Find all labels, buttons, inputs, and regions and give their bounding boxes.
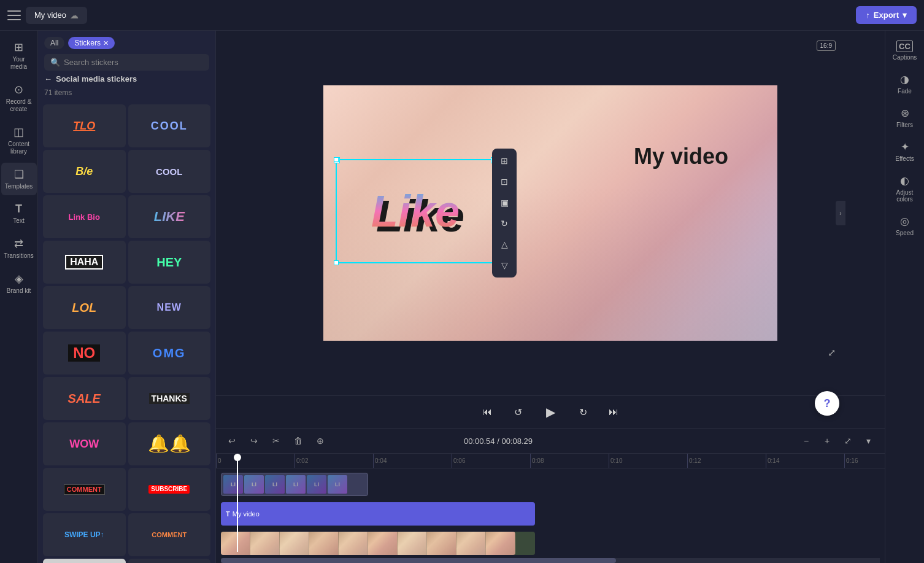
sidebar-item-brand-kit[interactable]: ◈ Brand kit	[1, 267, 37, 300]
collapse-right-panel-button[interactable]: ›	[836, 201, 845, 225]
sidebar-item-templates[interactable]: ❏ Templates	[1, 163, 37, 195]
right-panel-captions[interactable]: CC Captions	[887, 36, 923, 66]
timeline-scrollbar-thumb[interactable]	[221, 558, 616, 563]
play-button[interactable]: ▶	[539, 401, 561, 423]
tool-captions-btn[interactable]: ⊞	[496, 152, 513, 169]
search-box: 🔍	[44, 54, 209, 71]
sticker-cool2-text: COOL	[153, 165, 185, 179]
sticker-lol[interactable]: LOL	[43, 286, 126, 329]
sticker-link-bio-text: Link Bio	[66, 211, 102, 223]
help-button[interactable]: ?	[815, 391, 839, 416]
sticker-like-active[interactable]: Like Like Add to timeline ☛	[43, 559, 126, 563]
transitions-icon: ⇄	[14, 237, 23, 250]
sticker-swipe-up-text: SWIPE UP↑	[62, 529, 107, 541]
tool-pip-btn[interactable]: ▣	[496, 194, 513, 211]
back-nav[interactable]: ← Social media stickers	[44, 71, 209, 86]
sticker-subscribe[interactable]: SUBSCRIBE	[128, 468, 211, 511]
playhead[interactable]	[237, 454, 238, 552]
sticker-hey[interactable]: HEY	[128, 241, 211, 284]
sticker-frame-2: Li	[244, 475, 264, 494]
sticker-wow[interactable]: WOW	[43, 422, 126, 465]
zoom-in-button[interactable]: +	[818, 432, 836, 449]
thumb-1	[221, 532, 250, 555]
sticker-frames: Li Li Li Li Li Li	[221, 473, 349, 495]
collapse-timeline-button[interactable]: ▾	[860, 432, 877, 449]
right-panel-speed[interactable]: ◎ Speed	[887, 210, 923, 241]
export-button[interactable]: ↑ Export ▾	[856, 6, 917, 24]
search-icon: 🔍	[50, 58, 60, 67]
sidebar-item-content-library[interactable]: ◫ Content library	[1, 120, 37, 160]
undo-button[interactable]: ↩	[223, 432, 241, 449]
sticker-link-bio[interactable]: Link Bio	[43, 195, 126, 238]
right-panel-filters[interactable]: ⊛ Filters	[887, 102, 923, 133]
tool-rotate-btn[interactable]: ↻	[496, 215, 513, 232]
fast-forward-button[interactable]: ↻	[574, 403, 592, 421]
sticker-bells[interactable]: 🔔🔔	[128, 422, 211, 465]
sticker-lol-text: LOL	[69, 299, 99, 316]
delete-button[interactable]: 🗑	[290, 432, 307, 449]
search-input[interactable]	[64, 58, 203, 67]
add-clip-button[interactable]: ⊕	[312, 432, 329, 449]
sticker-new-text: NEW	[155, 300, 184, 315]
timeline-toolbar: ↩ ↪ ✂ 🗑 ⊕ 00:00.54 / 00:08.29 − + ⤢ ▾	[216, 429, 885, 454]
sticker-omg[interactable]: OMG	[128, 332, 211, 375]
sticker-thanks[interactable]: THANKS	[128, 377, 211, 420]
sticker-new[interactable]: NEW	[128, 286, 211, 329]
sticker-sale[interactable]: SALE	[43, 377, 126, 420]
sidebar-item-your-media[interactable]: ⊞ Your media	[1, 36, 37, 76]
tool-flip-btn[interactable]: ▽	[496, 257, 513, 274]
captions-icon: CC	[896, 41, 913, 52]
skip-forward-button[interactable]: ⏭	[604, 403, 623, 421]
sticker-bye-text: B/e	[73, 163, 95, 179]
sticker-tlo[interactable]: TLO	[43, 104, 126, 147]
skip-back-button[interactable]: ⏮	[478, 403, 496, 421]
like-sticker-canvas[interactable]: Like Like	[336, 159, 495, 263]
sticker-frame-3: Li	[265, 475, 285, 494]
expand-timeline-button[interactable]: ⤢	[839, 432, 857, 449]
back-arrow-icon: ←	[44, 74, 52, 83]
sidebar-item-record-create[interactable]: ⊙ Record & create	[1, 78, 37, 118]
zoom-out-button[interactable]: −	[798, 432, 815, 449]
sticker-bye[interactable]: B/e	[43, 150, 126, 193]
sticker-cool[interactable]: COOL	[128, 104, 211, 147]
text-clip[interactable]: T My video	[221, 502, 535, 526]
filter-all-button[interactable]: All	[44, 37, 64, 49]
sticker-clip[interactable]: Li Li Li Li Li Li	[221, 473, 368, 496]
sidebar-item-label-templates: Templates	[5, 183, 33, 190]
sticker-cool2[interactable]: COOL	[128, 150, 211, 193]
sticker-no[interactable]: NO	[43, 332, 126, 375]
text-icon: T	[15, 203, 22, 215]
sticker-comment[interactable]: COMMENT	[43, 468, 126, 511]
filter-stickers-button[interactable]: Stickers ✕	[68, 37, 115, 49]
menu-icon[interactable]	[7, 10, 21, 20]
sticker-panel: All Stickers ✕ 🔍 ← Social media stickers…	[38, 31, 216, 563]
sticker-haha[interactable]: HAHA	[43, 241, 126, 284]
tool-align-btn[interactable]: △	[496, 236, 513, 253]
main-layout: ⊞ Your media ⊙ Record & create ◫ Content…	[0, 31, 924, 563]
right-panel-effects[interactable]: ✦ Effects	[887, 136, 923, 167]
right-panel-adjust-colors[interactable]: ◐ Adjust colors	[887, 169, 923, 208]
tab-my-video[interactable]: My video ☁	[26, 7, 87, 24]
sidebar-item-transitions[interactable]: ⇄ Transitions	[1, 232, 37, 265]
icon-sidebar: ⊞ Your media ⊙ Record & create ◫ Content…	[0, 31, 38, 563]
filter-close-icon[interactable]: ✕	[103, 39, 109, 47]
video-clip[interactable]	[221, 532, 535, 555]
tool-crop-btn[interactable]: ⊡	[496, 173, 513, 190]
fullscreen-button[interactable]: ⤢	[828, 347, 836, 359]
cut-button[interactable]: ✂	[268, 432, 285, 449]
playhead-handle[interactable]	[234, 454, 241, 461]
handle-bl[interactable]	[334, 260, 339, 265]
cloud-icon: ☁	[70, 10, 79, 20]
redo-button[interactable]: ↪	[245, 432, 263, 449]
rewind-button[interactable]: ↺	[509, 403, 527, 421]
record-create-icon: ⊙	[14, 83, 23, 96]
sticker-comment2[interactable]: COMMENT	[128, 513, 211, 556]
timeline-scrollbar[interactable]	[221, 558, 880, 563]
sticker-swipe-up[interactable]: SWIPE UP↑	[43, 513, 126, 556]
export-label: Export	[874, 10, 899, 20]
sticker-notifications[interactable]: NOTIFICATIONS	[128, 559, 211, 563]
sidebar-item-text[interactable]: T Text	[1, 198, 37, 230]
right-panel-fade[interactable]: ◑ Fade	[887, 68, 923, 99]
handle-tl[interactable]	[334, 157, 339, 162]
sticker-like[interactable]: LIKE	[128, 195, 211, 238]
